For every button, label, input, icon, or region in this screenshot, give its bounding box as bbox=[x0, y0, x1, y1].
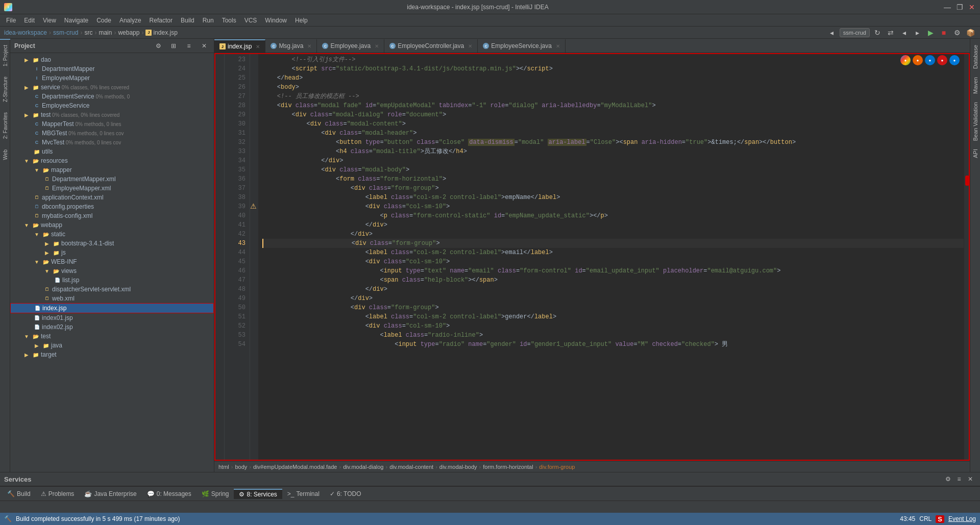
menu-code[interactable]: Code bbox=[92, 16, 115, 25]
code-area[interactable]: ● ● ● ● ● 23242526 27282930 31323334 353… bbox=[214, 53, 970, 461]
cursor-position[interactable]: 43:45 bbox=[900, 515, 915, 522]
tree-item-mybatis[interactable]: 🗒 mybatis-config.xml bbox=[10, 211, 214, 220]
run-button[interactable]: ▶ bbox=[925, 27, 936, 38]
breadcrumb-ssm-crud[interactable]: ssm-crud bbox=[53, 29, 78, 36]
tree-item-index01jsp[interactable]: 📄 index01.jsp bbox=[10, 313, 214, 322]
breadcrumb-main[interactable]: main bbox=[99, 29, 112, 36]
java-enterprise-tab[interactable]: ☕ Java Enterprise bbox=[79, 489, 141, 498]
tree-item-static[interactable]: ▼ 📂 static bbox=[10, 230, 214, 239]
spring-tab[interactable]: 🌿 Spring bbox=[197, 489, 234, 498]
ssm-badge[interactable]: ssm-crud bbox=[840, 28, 870, 37]
tab-close-employeejava[interactable]: ✕ bbox=[375, 43, 379, 49]
tab-close-indexjsp[interactable]: ✕ bbox=[256, 44, 260, 49]
tree-item-resources[interactable]: ▼ 📂 resources bbox=[10, 156, 214, 165]
messages-tab[interactable]: 💬 0: Messages bbox=[142, 489, 197, 498]
tree-item-target[interactable]: ▶ 📁 target bbox=[10, 350, 214, 359]
tree-item-test2[interactable]: ▼ 📂 test bbox=[10, 332, 214, 341]
structure-tab[interactable]: Z-Structure bbox=[0, 71, 10, 107]
stop-button[interactable]: ■ bbox=[938, 27, 949, 38]
tree-item-webapp[interactable]: ▼ 📂 webapp bbox=[10, 220, 214, 230]
tab-close-msgjava[interactable]: ✕ bbox=[307, 43, 311, 49]
tree-item-listjsp[interactable]: 📄 list.jsp bbox=[10, 276, 214, 285]
tree-item-views[interactable]: ▼ 📂 views bbox=[10, 266, 214, 276]
menu-refactor[interactable]: Refactor bbox=[145, 16, 177, 25]
tab-msgjava[interactable]: C Msg.java ✕ bbox=[265, 39, 317, 53]
services-options-icon[interactable]: ≡ bbox=[953, 473, 965, 485]
terminal-tab[interactable]: >_ Terminal bbox=[282, 489, 325, 498]
tree-item-mappertest[interactable]: C MapperTest 0% methods, 0 lines bbox=[10, 119, 214, 129]
tree-item-dao[interactable]: ▶ 📁 dao bbox=[10, 55, 214, 64]
tree-item-js[interactable]: ▶ 📁 js bbox=[10, 248, 214, 257]
gear-icon[interactable]: ⚙ bbox=[153, 40, 164, 52]
services-close-icon[interactable]: ✕ bbox=[965, 473, 976, 485]
build-tab[interactable]: 🔨 Build bbox=[2, 489, 36, 498]
database-panel-tab[interactable]: Database bbox=[971, 41, 979, 73]
tree-item-webxml[interactable]: 🗒 web.xml bbox=[10, 294, 214, 303]
tree-item-test[interactable]: ▶ 📁 test 0% classes, 0% lines covered bbox=[10, 110, 214, 119]
project-tab[interactable]: 1: Project bbox=[0, 39, 10, 71]
favorites-tab[interactable]: 2: Favorites bbox=[0, 107, 10, 144]
maximize-button[interactable]: ❐ bbox=[955, 3, 964, 11]
menu-edit[interactable]: Edit bbox=[20, 16, 39, 25]
forward-button[interactable]: ▸ bbox=[912, 27, 923, 38]
close-panel-button[interactable]: ✕ bbox=[199, 40, 210, 52]
firefox-icon[interactable]: ● bbox=[913, 55, 923, 65]
web-tab[interactable]: Web bbox=[0, 144, 10, 165]
tree-item-departmentmapper[interactable]: I DepartmentMapper bbox=[10, 64, 214, 73]
menu-window[interactable]: Window bbox=[261, 16, 291, 25]
settings-icon[interactable]: ≡ bbox=[183, 40, 194, 52]
navigate-back-button[interactable]: ◂ bbox=[826, 27, 838, 38]
tree-item-webinf[interactable]: ▼ 📂 WEB-INF bbox=[10, 257, 214, 266]
menu-build[interactable]: Build bbox=[177, 16, 199, 25]
code-editor[interactable]: <!--引入引js文件--> <script src="static/boots… bbox=[258, 53, 970, 461]
tree-item-utils[interactable]: 📁 utils bbox=[10, 147, 214, 156]
menu-run[interactable]: Run bbox=[199, 16, 218, 25]
breadcrumb-src[interactable]: src bbox=[84, 29, 92, 36]
tab-employeeservice[interactable]: C EmployeeService.java ✕ bbox=[478, 39, 566, 53]
menu-analyze[interactable]: Analyze bbox=[115, 16, 145, 25]
opera-icon[interactable]: ● bbox=[937, 55, 947, 65]
tree-item-employeemapper[interactable]: I EmployeeMapper bbox=[10, 73, 214, 83]
back-button[interactable]: ◂ bbox=[898, 27, 910, 38]
tree-item-java[interactable]: ▶ 📁 java bbox=[10, 341, 214, 350]
maven-panel-tab[interactable]: Maven bbox=[971, 73, 979, 98]
tree-item-service[interactable]: ▶ 📁 service 0% classes, 0% lines covered bbox=[10, 83, 214, 92]
bean-validation-tab[interactable]: Bean Validation bbox=[971, 98, 979, 145]
refresh-button[interactable]: ↻ bbox=[872, 27, 883, 38]
tree-item-deptmapperxml[interactable]: 🗒 DepartmentMapper.xml bbox=[10, 174, 214, 184]
tree-item-appcontext[interactable]: 🗒 applicationContext.xml bbox=[10, 193, 214, 202]
tree-item-index02jsp[interactable]: 📄 index02.jsp bbox=[10, 322, 214, 332]
menu-view[interactable]: View bbox=[39, 16, 60, 25]
services-tab[interactable]: ⚙ 8: Services bbox=[234, 489, 282, 499]
minimize-button[interactable]: — bbox=[943, 3, 951, 11]
deploy-button[interactable]: 📦 bbox=[965, 27, 976, 38]
tab-employeecontroller[interactable]: C EmployeeController.java ✕ bbox=[384, 39, 478, 53]
services-settings-icon[interactable]: ⚙ bbox=[942, 473, 953, 485]
layout-icon[interactable]: ⊞ bbox=[168, 40, 179, 52]
tree-item-dispatcherxml[interactable]: 🗒 dispatcherServlet-servlet.xml bbox=[10, 285, 214, 294]
tree-item-employeeservice[interactable]: C EmployeeService bbox=[10, 101, 214, 110]
tab-close-employeecontroller[interactable]: ✕ bbox=[468, 43, 472, 49]
menu-vcs[interactable]: VCS bbox=[240, 16, 261, 25]
tab-indexjsp[interactable]: J index.jsp ✕ bbox=[214, 39, 265, 53]
problems-tab[interactable]: ⚠ Problems bbox=[36, 489, 80, 498]
event-log-link[interactable]: Event Log bbox=[948, 515, 976, 522]
encoding-indicator[interactable]: CRL bbox=[919, 515, 932, 522]
edge-icon[interactable]: ● bbox=[949, 55, 960, 65]
breadcrumb-webapp[interactable]: webapp bbox=[118, 29, 139, 36]
tree-item-mapper[interactable]: ▼ 📂 mapper bbox=[10, 165, 214, 174]
api-tab[interactable]: API bbox=[971, 145, 979, 162]
breadcrumb-idea-workspace[interactable]: idea-workspace bbox=[4, 29, 47, 36]
project-tree[interactable]: ▶ 📁 dao I DepartmentMapper I EmployeeMap… bbox=[10, 53, 214, 472]
menu-help[interactable]: Help bbox=[291, 16, 312, 25]
menu-navigate[interactable]: Navigate bbox=[60, 16, 92, 25]
tree-item-mbgtest[interactable]: C MBGTest 0% methods, 0 lines cov bbox=[10, 129, 214, 138]
sync-button[interactable]: ⇄ bbox=[885, 27, 896, 38]
todo-tab[interactable]: ✓ 6: TODO bbox=[325, 489, 366, 498]
chrome-icon[interactable]: ● bbox=[900, 55, 911, 65]
tree-item-mvctest[interactable]: C MvcTest 0% methods, 0 lines cov bbox=[10, 138, 214, 147]
tab-close-employeeservice[interactable]: ✕ bbox=[556, 43, 560, 49]
menu-tools[interactable]: Tools bbox=[218, 16, 240, 25]
tree-item-bootstrap[interactable]: ▶ 📁 bootstrap-3.4.1-dist bbox=[10, 239, 214, 248]
breadcrumb-file[interactable]: J index.jsp bbox=[145, 29, 177, 36]
